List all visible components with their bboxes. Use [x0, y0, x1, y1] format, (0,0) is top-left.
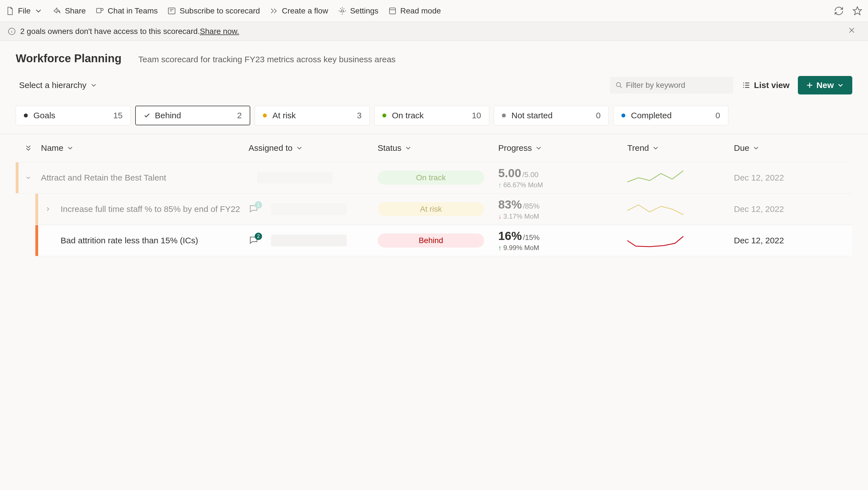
status-pill[interactable]: At risk	[378, 202, 484, 216]
status-card-count: 3	[357, 111, 362, 120]
status-dot	[621, 113, 625, 118]
assigned-cell: 1	[249, 203, 378, 215]
list-icon	[742, 81, 751, 90]
list-view-toggle[interactable]: List view	[742, 80, 790, 90]
row-expand-toggle[interactable]	[16, 174, 41, 181]
delta-arrow-icon	[498, 244, 502, 252]
settings-label: Settings	[350, 6, 378, 15]
trend-cell	[627, 169, 734, 186]
hierarchy-dropdown[interactable]: Select a hierarchy	[16, 78, 101, 92]
goal-row[interactable]: Increase full time staff % to 85% by end…	[35, 193, 852, 225]
column-header-trend-label: Trend	[627, 143, 649, 153]
new-button-label: New	[816, 80, 834, 90]
status-cell: On track	[378, 171, 498, 185]
status-dot	[263, 113, 267, 118]
goal-name: Increase full time staff % to 85% by end…	[61, 203, 240, 215]
column-header-status[interactable]: Status	[378, 143, 498, 153]
search-box[interactable]	[610, 77, 733, 94]
info-share-link[interactable]: Share now.	[200, 27, 239, 36]
goal-row[interactable]: Bad attrition rate less than 15% (ICs)2B…	[35, 225, 852, 256]
due-date: Dec 12, 2022	[734, 173, 784, 183]
toolbar-right-group	[834, 6, 862, 16]
due-date: Dec 12, 2022	[734, 204, 784, 214]
column-header-trend[interactable]: Trend	[627, 143, 734, 153]
column-header-progress-label: Progress	[498, 143, 532, 153]
file-menu[interactable]: File	[6, 6, 43, 15]
subscribe-label: Subscribe to scorecard	[180, 6, 260, 15]
read-mode-button[interactable]: Read mode	[388, 6, 441, 15]
assigned-to-placeholder	[257, 172, 333, 184]
comment-badge[interactable]: 2	[249, 235, 260, 246]
goal-row[interactable]: Attract and Retain the Best TalentOn tra…	[16, 162, 852, 193]
goal-name: Attract and Retain the Best Talent	[41, 172, 166, 184]
status-card-count: 2	[237, 111, 242, 120]
svg-point-3	[341, 10, 343, 12]
status-card-not-started[interactable]: Not started0	[494, 106, 609, 125]
progress-value: 83%	[498, 198, 522, 211]
progress-cell: 83%/85%3.17% MoM	[498, 198, 627, 220]
row-expand-toggle[interactable]	[35, 206, 61, 213]
status-dot	[502, 113, 506, 118]
subscribe-icon	[167, 6, 176, 15]
goal-name-cell: Increase full time staff % to 85% by end…	[61, 203, 249, 215]
status-dot	[382, 113, 386, 118]
status-card-count: 15	[113, 111, 123, 120]
info-close-button[interactable]	[848, 26, 860, 36]
chevron-down-icon	[752, 144, 760, 152]
svg-rect-4	[390, 8, 395, 14]
double-chevron-icon	[24, 144, 32, 152]
status-card-label: Behind	[155, 111, 181, 120]
status-card-count: 0	[715, 111, 720, 120]
trend-sparkline	[627, 169, 683, 186]
new-button[interactable]: New	[798, 76, 852, 95]
column-header-assigned[interactable]: Assigned to	[249, 143, 378, 153]
status-card-completed[interactable]: Completed0	[613, 106, 728, 125]
status-card-label: Goals	[33, 111, 55, 120]
progress-target: /85%	[523, 202, 539, 210]
goals-grid: Name Assigned to Status Progress Trend D…	[0, 134, 868, 256]
goal-name: Bad attrition rate less than 15% (ICs)	[61, 235, 198, 247]
flow-button[interactable]: Create a flow	[270, 6, 328, 15]
list-view-label: List view	[754, 80, 790, 90]
column-header-due[interactable]: Due	[734, 143, 796, 153]
column-header-progress[interactable]: Progress	[498, 143, 627, 153]
status-pill[interactable]: On track	[378, 171, 484, 185]
page-title: Workforce Planning	[16, 52, 122, 65]
chevron-down-icon	[34, 6, 43, 15]
info-bar: 2 goals owners don't have access to this…	[0, 22, 868, 41]
page-subtitle: Team scorecard for tracking FY23 metrics…	[138, 55, 396, 64]
file-menu-label: File	[18, 6, 31, 15]
status-pill[interactable]: Behind	[378, 233, 484, 248]
read-icon	[388, 6, 397, 15]
refresh-button[interactable]	[834, 6, 844, 16]
toolbar-left-group: File Share Chat in Teams Subscribe to sc…	[6, 6, 441, 15]
search-input[interactable]	[626, 81, 728, 90]
chevron-right-icon	[44, 206, 51, 213]
assigned-to-placeholder	[271, 203, 347, 215]
subscribe-button[interactable]: Subscribe to scorecard	[167, 6, 260, 15]
status-card-label: Not started	[512, 111, 553, 120]
status-card-on-track[interactable]: On track10	[374, 106, 489, 125]
chevron-down-icon	[535, 144, 542, 152]
info-message: 2 goals owners don't have access to this…	[20, 27, 200, 36]
due-cell: Dec 12, 2022	[734, 204, 796, 214]
progress-delta: 66.67% MoM	[498, 181, 543, 189]
status-card-behind[interactable]: Behind2	[135, 106, 250, 125]
progress-cell: 5.00/5.0066.67% MoM	[498, 166, 627, 189]
expand-all-button[interactable]	[16, 144, 41, 152]
comment-badge[interactable]: 1	[249, 203, 260, 215]
chevron-down-icon	[296, 144, 303, 152]
settings-button[interactable]: Settings	[338, 6, 378, 15]
plus-icon	[806, 81, 813, 89]
share-button[interactable]: Share	[53, 6, 86, 15]
column-header-name[interactable]: Name	[41, 143, 249, 153]
status-cell: Behind	[378, 233, 498, 248]
favorite-button[interactable]	[852, 6, 862, 16]
chevron-down-icon	[404, 144, 412, 152]
column-header-name-label: Name	[41, 143, 63, 153]
status-card-goals[interactable]: Goals15	[16, 106, 131, 125]
chat-button[interactable]: Chat in Teams	[95, 6, 158, 15]
status-card-at-risk[interactable]: At risk3	[255, 106, 370, 125]
column-header-due-label: Due	[734, 143, 749, 153]
assigned-cell	[249, 172, 378, 184]
